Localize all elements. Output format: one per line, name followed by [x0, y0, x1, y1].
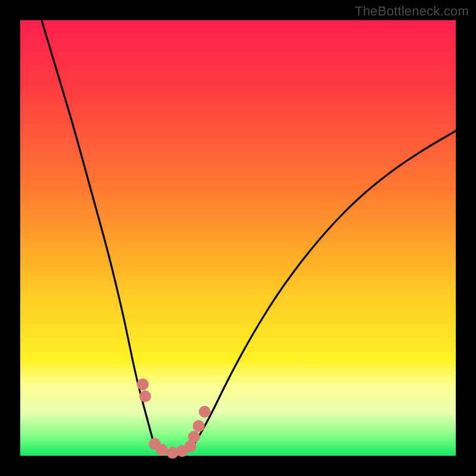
left-dot-2 [139, 390, 151, 402]
watermark-text: TheBottleneck.com [355, 4, 469, 19]
curve-svg [20, 20, 456, 456]
right-dot-3 [199, 406, 211, 418]
bottom-dot-2 [156, 444, 168, 456]
left-dot-1 [137, 378, 149, 390]
right-dot-2 [193, 420, 205, 432]
right-dot-1 [188, 431, 200, 443]
outer-black-frame: TheBottleneck.com [0, 0, 476, 476]
bottleneck-curve [42, 20, 456, 453]
plot-gradient-area [20, 20, 456, 456]
